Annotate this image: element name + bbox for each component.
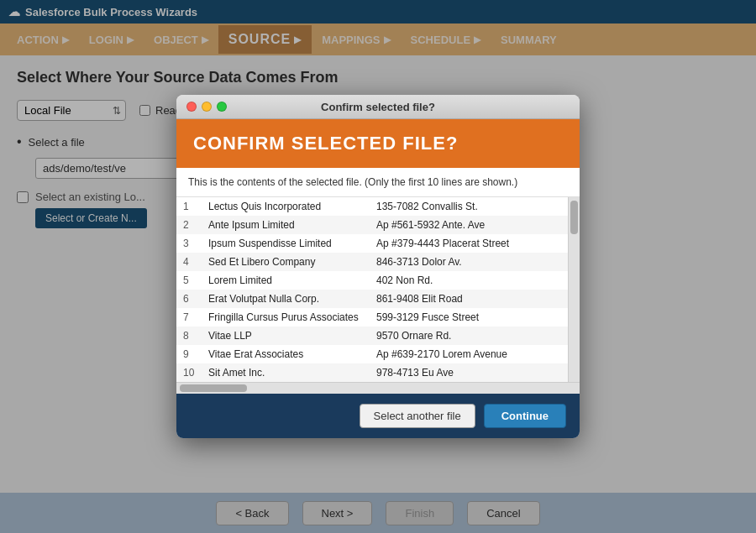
- modal-header-title: CONFIRM SELECTED FILE?: [193, 133, 563, 154]
- modal-scrollbar[interactable]: [568, 197, 580, 382]
- row-num: 10: [176, 363, 202, 382]
- table-row: 9 Vitae Erat Associates Ap #639-2170 Lor…: [176, 345, 568, 363]
- row-address: 978-4713 Eu Ave: [370, 363, 568, 382]
- file-table: 1 Lectus Quis Incorporated 135-7082 Conv…: [176, 197, 568, 382]
- table-row: 6 Erat Volutpat Nulla Corp. 861-9408 Eli…: [176, 290, 568, 308]
- table-row: 5 Lorem Limited 402 Non Rd.: [176, 271, 568, 290]
- modal-scrollbar-area: 1 Lectus Quis Incorporated 135-7082 Conv…: [176, 197, 580, 382]
- row-num: 5: [176, 271, 202, 290]
- row-num: 1: [176, 197, 202, 216]
- row-address: 861-9408 Elit Road: [370, 290, 568, 308]
- table-row: 3 Ipsum Suspendisse Limited Ap #379-4443…: [176, 234, 568, 253]
- row-num: 9: [176, 345, 202, 363]
- modal-title-text: Confirm selected file?: [321, 101, 435, 113]
- modal-footer: Select another file Continue: [176, 394, 580, 438]
- horizontal-scrollbar-thumb[interactable]: [180, 384, 247, 392]
- row-address: 9570 Ornare Rd.: [370, 327, 568, 345]
- row-company: Sit Amet Inc.: [202, 363, 370, 382]
- close-window-button[interactable]: [186, 102, 197, 112]
- modal-overlay: Confirm selected file? CONFIRM SELECTED …: [0, 0, 756, 533]
- modal-body: This is the contents of the selected fil…: [176, 168, 580, 394]
- row-address: Ap #379-4443 Placerat Street: [370, 234, 568, 253]
- row-num: 6: [176, 290, 202, 308]
- row-address: Ap #561-5932 Ante. Ave: [370, 216, 568, 234]
- modal-description: This is the contents of the selected fil…: [176, 168, 580, 197]
- row-num: 2: [176, 216, 202, 234]
- modal-table-wrap: 1 Lectus Quis Incorporated 135-7082 Conv…: [176, 197, 568, 382]
- row-company: Lectus Quis Incorporated: [202, 197, 370, 216]
- row-address: 846-3713 Dolor Av.: [370, 253, 568, 271]
- table-row: 7 Fringilla Cursus Purus Associates 599-…: [176, 308, 568, 327]
- row-company: Ipsum Suspendisse Limited: [202, 234, 370, 253]
- row-num: 4: [176, 253, 202, 271]
- table-row: 10 Sit Amet Inc. 978-4713 Eu Ave: [176, 363, 568, 382]
- row-num: 8: [176, 327, 202, 345]
- maximize-window-button[interactable]: [217, 102, 227, 112]
- row-address: 402 Non Rd.: [370, 271, 568, 290]
- row-company: Vitae Erat Associates: [202, 345, 370, 363]
- table-row: 4 Sed Et Libero Company 846-3713 Dolor A…: [176, 253, 568, 271]
- select-another-button[interactable]: Select another file: [360, 404, 475, 428]
- table-row: 8 Vitae LLP 9570 Ornare Rd.: [176, 327, 568, 345]
- modal-scrollbar-thumb[interactable]: [570, 201, 578, 234]
- table-row: 2 Ante Ipsum Limited Ap #561-5932 Ante. …: [176, 216, 568, 234]
- horizontal-scrollbar[interactable]: [176, 382, 580, 394]
- row-company: Vitae LLP: [202, 327, 370, 345]
- row-company: Sed Et Libero Company: [202, 253, 370, 271]
- row-address: Ap #639-2170 Lorem Avenue: [370, 345, 568, 363]
- row-company: Lorem Limited: [202, 271, 370, 290]
- modal-header: CONFIRM SELECTED FILE?: [176, 119, 580, 168]
- row-company: Fringilla Cursus Purus Associates: [202, 308, 370, 327]
- row-company: Erat Volutpat Nulla Corp.: [202, 290, 370, 308]
- minimize-window-button[interactable]: [202, 102, 212, 112]
- row-address: 135-7082 Convallis St.: [370, 197, 568, 216]
- row-num: 3: [176, 234, 202, 253]
- modal-title-bar: Confirm selected file?: [176, 95, 580, 119]
- row-address: 599-3129 Fusce Street: [370, 308, 568, 327]
- traffic-lights: [186, 102, 227, 112]
- continue-button[interactable]: Continue: [484, 404, 566, 428]
- row-company: Ante Ipsum Limited: [202, 216, 370, 234]
- modal-dialog: Confirm selected file? CONFIRM SELECTED …: [176, 95, 580, 438]
- row-num: 7: [176, 308, 202, 327]
- table-row: 1 Lectus Quis Incorporated 135-7082 Conv…: [176, 197, 568, 216]
